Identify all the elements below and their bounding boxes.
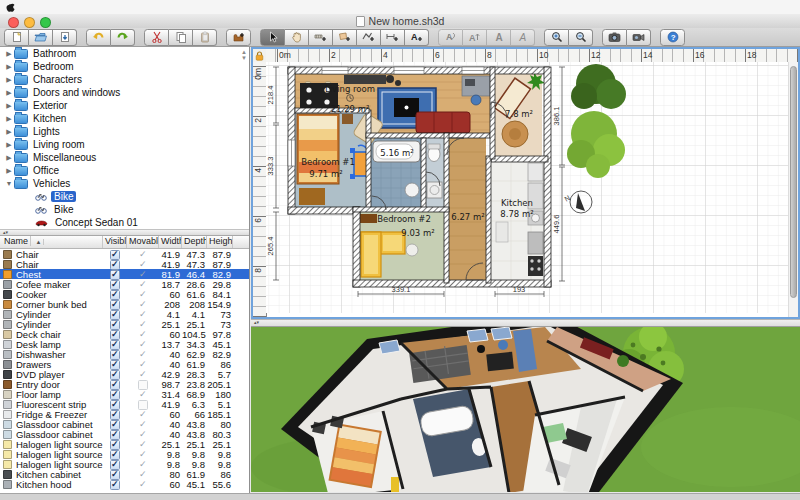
disclosure-triangle-icon[interactable] [4,180,14,187]
disclosure-triangle-icon[interactable] [4,154,14,162]
open-button[interactable] [29,29,53,46]
undo-button[interactable] [86,29,111,46]
create-walls-tool-button[interactable] [309,29,333,46]
disclosure-triangle-icon[interactable] [4,76,14,84]
movable-checkbox[interactable] [139,471,147,479]
catalog-category[interactable]: Kitchen [0,112,249,125]
room-hall[interactable] [449,138,486,280]
catalog-category[interactable]: Characters [0,73,249,86]
room-area-hall[interactable]: 6.27 m² [451,212,484,222]
create-video-button[interactable] [627,29,651,46]
select-tool-button[interactable] [260,29,285,46]
plan-3d-splitter[interactable]: ▴▾ [251,319,800,327]
movable-checkbox[interactable] [139,431,147,439]
disclosure-triangle-icon[interactable] [4,102,14,110]
catalog-item[interactable]: Bike [0,203,249,216]
elevate-text-style-button[interactable]: A [463,29,487,46]
disclosure-triangle-icon[interactable] [4,50,14,58]
help-button[interactable]: ? [660,29,685,46]
movable-checkbox[interactable] [139,361,147,369]
sofa[interactable] [416,112,470,133]
column-header-depth[interactable]: Depth [182,236,207,248]
movable-checkbox[interactable] [139,371,147,379]
pan-tool-button[interactable] [285,29,309,46]
column-header-visible[interactable]: Visible [103,236,127,248]
catalog-category[interactable]: Vehicles [0,177,249,190]
visible-checkbox[interactable] [110,480,120,490]
table-row[interactable]: Kitchen hood 60 45.1 55.6 [0,479,249,489]
column-header-width[interactable]: Width [159,236,182,248]
movable-checkbox[interactable] [139,311,147,319]
plan-canvas[interactable]: N 218.4 333.3 265.4 386.1 4 [266,62,794,313]
sink[interactable] [405,183,419,197]
create-polylines-tool-button[interactable] [357,29,381,46]
movable-checkbox[interactable] [139,271,147,279]
save-button[interactable] [53,29,77,46]
movable-checkbox[interactable] [139,451,147,459]
document-proxy-icon[interactable] [356,16,365,27]
plan-vertical-scrollbar[interactable] [788,62,798,317]
bedside-table[interactable] [342,114,353,124]
room-label-bedroom2[interactable]: Bedroom #2 [377,214,431,224]
catalog-category[interactable]: Exterior [0,99,249,112]
catalog-category[interactable]: Doors and windows [0,86,249,99]
room-label-bedroom1[interactable]: Bedroom #1 [301,157,355,167]
catalog-item[interactable]: Concept Sedan 01 [0,216,249,229]
catalog-item[interactable]: Bike [0,190,249,203]
catalog-category[interactable]: Bathroom [0,47,249,60]
movable-checkbox[interactable] [139,261,147,269]
movable-checkbox[interactable] [139,331,147,339]
disclosure-triangle-icon[interactable] [4,141,14,149]
movable-checkbox[interactable] [139,391,147,399]
catalog-category[interactable]: Miscellaneous [0,151,249,164]
plant[interactable] [386,75,394,83]
tv-bench[interactable] [344,75,386,84]
movable-checkbox[interactable] [139,281,147,289]
movable-checkbox[interactable] [139,351,147,359]
redo-button[interactable] [111,29,135,46]
movable-checkbox[interactable] [139,441,147,449]
apple-menu-icon[interactable] [0,1,20,13]
movable-checkbox[interactable] [139,341,147,349]
disclosure-triangle-icon[interactable] [4,128,14,136]
door-mat[interactable] [360,214,377,223]
add-texts-tool-button[interactable]: A [405,29,429,46]
copy-button[interactable] [169,29,193,46]
disclosure-triangle-icon[interactable] [4,115,14,123]
create-photo-button[interactable] [602,29,627,46]
room-label-living[interactable]: Living room [325,84,375,94]
catalog-category[interactable]: Lights [0,125,249,138]
bold-style-button[interactable]: A [487,29,511,46]
create-dimensions-tool-button[interactable] [381,29,405,46]
new-home-button[interactable] [4,29,29,46]
movable-checkbox[interactable] [139,321,147,329]
column-header-height[interactable]: Height [207,236,233,248]
catalog-category[interactable]: Bedroom [0,60,249,73]
room-area-terrace[interactable]: 7.8 m² [505,109,533,119]
bedroom1-rug[interactable] [299,188,325,205]
view-3d[interactable] [251,327,800,492]
movable-checkbox[interactable] [139,291,147,299]
disclosure-triangle-icon[interactable] [4,89,14,97]
movable-checkbox[interactable] [139,301,147,309]
tree-scrollbar[interactable]: ▲▼ [240,49,248,61]
catalog-category[interactable]: Living room [0,138,249,151]
movable-checkbox[interactable] [139,251,147,259]
room-label-kitchen[interactable]: Kitchen [501,198,533,208]
movable-checkbox[interactable] [139,461,147,469]
movable-checkbox[interactable] [139,421,147,429]
paste-button[interactable] [193,29,217,46]
movable-checkbox[interactable] [139,481,147,489]
catalog-category[interactable]: Office [0,164,249,177]
zoom-in-button[interactable] [544,29,569,46]
add-furniture-button[interactable] [226,29,251,46]
column-header-name[interactable]: Name ▲ [0,236,103,248]
catalog-list-splitter[interactable]: ▴▾ [0,229,249,236]
column-header-movable[interactable]: Movable [127,236,159,248]
disclosure-triangle-icon[interactable] [4,63,14,71]
bedroom2-table[interactable] [406,244,418,256]
italic-style-button[interactable]: A [511,29,535,46]
movable-checkbox[interactable] [139,411,147,419]
zoom-out-button[interactable] [569,29,593,46]
create-rooms-tool-button[interactable] [333,29,357,46]
